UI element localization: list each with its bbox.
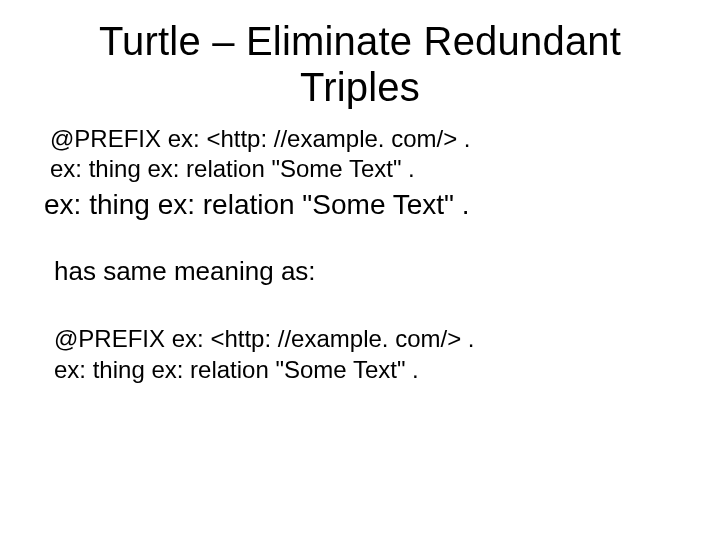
code1-line-2: ex: thing ex: relation "Some Text" . <box>50 154 676 184</box>
explanation-text: has same meaning as: <box>54 256 676 287</box>
slide-title: Turtle – Eliminate Redundant Triples <box>44 18 676 110</box>
code-block-3: @PREFIX ex: <http: //example. com/> . ex… <box>54 323 676 385</box>
code1-line-1: @PREFIX ex: <http: //example. com/> . <box>50 124 676 154</box>
code2-line-1: ex: thing ex: relation "Some Text" . <box>44 188 676 222</box>
slide: Turtle – Eliminate Redundant Triples @PR… <box>0 0 720 540</box>
mid-text: has same meaning as: <box>54 256 316 286</box>
code-block-2: ex: thing ex: relation "Some Text" . <box>44 188 676 222</box>
title-line-2: Triples <box>300 65 420 109</box>
code3-line-2: ex: thing ex: relation "Some Text" . <box>54 354 676 385</box>
title-line-1: Turtle – Eliminate Redundant <box>99 19 621 63</box>
code-block-1: @PREFIX ex: <http: //example. com/> . ex… <box>50 124 676 184</box>
code3-line-1: @PREFIX ex: <http: //example. com/> . <box>54 323 676 354</box>
